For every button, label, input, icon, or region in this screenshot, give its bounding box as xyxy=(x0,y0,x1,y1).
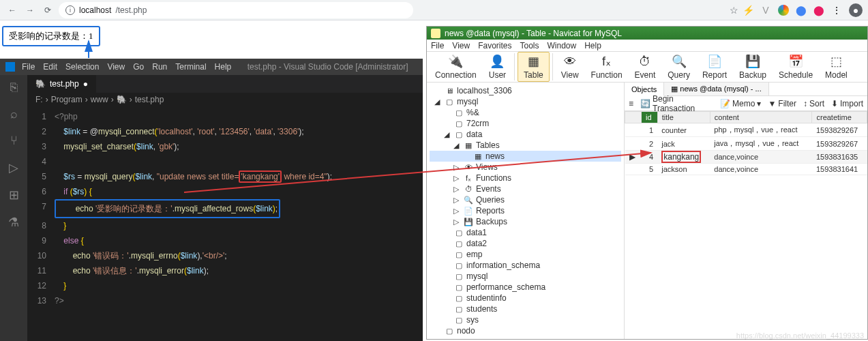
begin-transaction-button[interactable]: 🔄 Begin Transaction xyxy=(640,94,713,113)
source-icon[interactable]: ⑂ xyxy=(10,134,18,148)
toolbar-event-button[interactable]: ⏱Event xyxy=(629,53,661,81)
navicat-content: Objects▦ news @data (mysql) - ... ≡ 🔄 Be… xyxy=(625,83,867,339)
column-header[interactable]: createtime xyxy=(812,112,867,123)
ext-icon[interactable]: ⬤ xyxy=(813,5,824,16)
tree-item[interactable]: ▷📄Reports xyxy=(430,205,621,216)
tree-item[interactable]: ▢emp xyxy=(430,249,621,260)
sort-button[interactable]: ↕ Sort xyxy=(803,99,824,108)
vscode-titlebar: FileEditSelectionViewGoRunTerminalHelp t… xyxy=(0,59,423,75)
tree-item[interactable]: ▢studentinfo xyxy=(430,293,621,303)
table-row[interactable]: 2jackjava，mysql，vue，react1593829267 xyxy=(625,137,867,151)
column-header[interactable]: content xyxy=(710,112,812,123)
toolbar-query-button[interactable]: 🔍Query xyxy=(662,53,695,81)
ext-icon[interactable]: ⚡ xyxy=(743,5,753,16)
tree-item[interactable]: ▢data1 xyxy=(430,227,621,238)
tree-item[interactable]: ▷⏱Events xyxy=(430,183,621,194)
code-line: 7 echo '受影响的记录数是：'.mysqli_affected_rows(… xyxy=(27,199,423,218)
toolbar-model-button[interactable]: ⬚Model xyxy=(820,53,853,81)
menu-item[interactable]: Run xyxy=(152,62,167,72)
extension-icons: ⚡ V ⬤ ⬤ ⋮ ● xyxy=(743,3,863,17)
editor-tab[interactable]: 🐘 test.php ● xyxy=(27,75,96,93)
extensions-icon[interactable]: ⊞ xyxy=(9,188,19,203)
ext-icon[interactable]: ⬤ xyxy=(796,5,807,16)
menu-item[interactable]: File xyxy=(431,41,444,50)
breadcrumb[interactable]: F: › Program › www › 🐘 › test.php xyxy=(27,93,423,106)
table-row[interactable]: 5jacksondance,voince1593831641 xyxy=(625,164,867,175)
memo-button[interactable]: 📝 Memo ▾ xyxy=(720,99,761,108)
column-header[interactable]: id xyxy=(642,112,658,123)
vscode-menu: FileEditSelectionViewGoRunTerminalHelp xyxy=(22,62,231,72)
reload-icon[interactable]: ⟳ xyxy=(41,3,55,17)
menu-item[interactable]: Window xyxy=(548,41,577,50)
debug-icon[interactable]: ▷ xyxy=(9,160,18,175)
tree-item[interactable]: ▢%& xyxy=(430,107,621,118)
tree-item[interactable]: ▷💾Backups xyxy=(430,216,621,227)
explorer-icon[interactable]: ⎘ xyxy=(10,80,18,95)
toolbar-table-button[interactable]: ▦Table xyxy=(518,52,550,82)
tree-item[interactable]: ▢students xyxy=(430,303,621,314)
ext-icon[interactable] xyxy=(778,5,789,16)
toolbar-view-button[interactable]: 👁View xyxy=(556,53,584,81)
tree-item[interactable]: ▷fₓFunctions xyxy=(430,173,621,183)
column-header[interactable]: title xyxy=(657,112,710,123)
ext-icon[interactable]: ⋮ xyxy=(831,5,842,16)
editor-area: 🐘 test.php ● F: › Program › www › 🐘 › te… xyxy=(27,75,423,341)
back-icon[interactable]: ← xyxy=(5,3,19,17)
menu-item[interactable]: Edit xyxy=(43,62,57,72)
tree-item[interactable]: ▢mysql xyxy=(430,271,621,282)
menu-item[interactable]: View xyxy=(107,62,125,72)
import-button[interactable]: ⬇ Import xyxy=(831,99,863,108)
menu-item[interactable]: Selection xyxy=(65,62,99,72)
activity-bar: ⎘ ⌕ ⑂ ▷ ⊞ ⚗ xyxy=(0,75,27,341)
menu-item[interactable]: Tools xyxy=(520,41,539,50)
code-editor[interactable]: 1<?php2 $link = @mysqli_connect('localho… xyxy=(27,106,423,311)
tree-item[interactable]: ▢performance_schema xyxy=(430,282,621,293)
tree-item[interactable]: ▢information_schema xyxy=(430,260,621,271)
tree-item[interactable]: ◢▢mysql xyxy=(430,96,621,107)
vscode-title: test.php - Visual Studio Code [Administr… xyxy=(238,62,417,72)
toolbar-connection-button[interactable]: 🔌Connection xyxy=(430,53,482,81)
menu-item[interactable]: Help xyxy=(215,62,232,72)
menu-item[interactable]: View xyxy=(452,41,470,50)
menu-item[interactable]: Terminal xyxy=(175,62,206,72)
site-info-icon[interactable]: i xyxy=(65,5,75,15)
tree-item[interactable]: ▢sys xyxy=(430,314,621,325)
tree-item[interactable]: ▦news xyxy=(430,151,621,162)
toolbar-function-button[interactable]: fₓFunction xyxy=(586,53,628,81)
tree-item[interactable]: ▷👁Views xyxy=(430,162,621,173)
menu-item[interactable]: Help xyxy=(584,41,601,50)
tree-item[interactable]: ▢data2 xyxy=(430,238,621,249)
page-output-text: 受影响的记录数是：1 xyxy=(2,26,100,46)
navicat-icon xyxy=(431,29,440,38)
hamburger-icon[interactable]: ≡ xyxy=(629,99,633,108)
navicat-titlebar: news @data (mysql) - Table - Navicat for… xyxy=(427,27,867,40)
toolbar-backup-button[interactable]: 💾Backup xyxy=(734,53,772,81)
menu-item[interactable]: File xyxy=(22,62,35,72)
menu-item[interactable]: Go xyxy=(133,62,144,72)
flask-icon[interactable]: ⚗ xyxy=(8,215,19,230)
tree-item[interactable]: 🖥localhost_3306 xyxy=(430,85,621,96)
address-bar[interactable]: i localhost/test.php xyxy=(59,2,413,18)
tree-item[interactable]: ◢▢data xyxy=(430,129,621,140)
php-icon: 🐘 xyxy=(35,79,46,89)
tree-item[interactable]: ▢nodo xyxy=(430,325,621,336)
code-line: 13?> xyxy=(27,293,423,308)
search-icon[interactable]: ⌕ xyxy=(10,107,18,121)
table-row[interactable]: 1counterphp，mysql，vue，react1593829267 xyxy=(625,123,867,137)
filter-button[interactable]: ▼ Filter xyxy=(768,99,796,108)
menu-item[interactable]: Favorites xyxy=(478,41,511,50)
tree-item[interactable]: ◢▦Tables xyxy=(430,140,621,151)
avatar-icon[interactable]: ● xyxy=(849,3,863,17)
toolbar-report-button[interactable]: 📄Report xyxy=(697,53,732,81)
ext-icon[interactable]: V xyxy=(760,5,771,16)
forward-icon[interactable]: → xyxy=(23,3,37,17)
table-row[interactable]: ▶4kangkangdance,voince1593831635 xyxy=(625,151,867,164)
tree-item[interactable]: ▢72crm xyxy=(430,118,621,129)
vscode-window: FileEditSelectionViewGoRunTerminalHelp t… xyxy=(0,59,423,341)
data-table[interactable]: idtitlecontentcreatetime1counterphp，mysq… xyxy=(625,111,867,339)
tree-item[interactable]: ▷🔍Queries xyxy=(430,194,621,205)
toolbar-user-button[interactable]: 👤User xyxy=(483,53,511,81)
connection-tree[interactable]: 🖥localhost_3306◢▢mysql▢%&▢72crm◢▢data◢▦T… xyxy=(427,83,625,339)
bookmark-icon[interactable]: ☆ xyxy=(730,5,738,16)
toolbar-schedule-button[interactable]: 📅Schedule xyxy=(773,53,818,81)
